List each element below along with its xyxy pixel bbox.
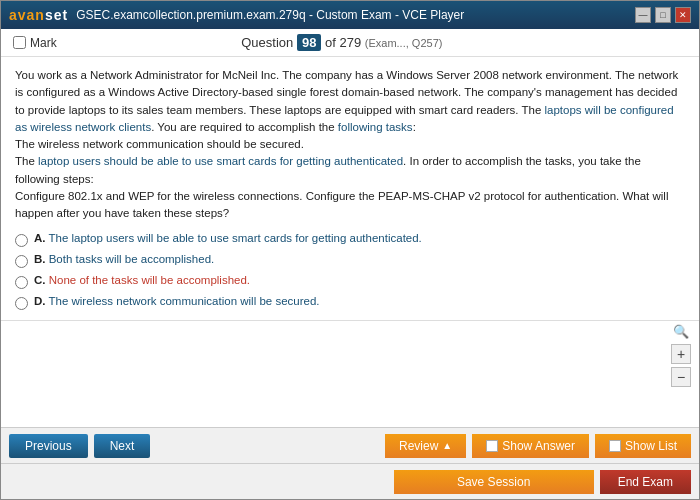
bottom-bar-2: Save Session End Exam: [1, 463, 699, 499]
next-button[interactable]: Next: [94, 434, 151, 458]
previous-button[interactable]: Previous: [9, 434, 88, 458]
window-title: GSEC.examcollection.premium.exam.279q - …: [76, 8, 464, 22]
option-c-text: C. None of the tasks will be accomplishe…: [34, 274, 250, 286]
main-window: avanset GSEC.examcollection.premium.exam…: [0, 0, 700, 500]
option-a: A. The laptop users will be able to use …: [15, 232, 685, 247]
search-icon[interactable]: 🔍: [671, 321, 691, 341]
show-answer-button[interactable]: Show Answer: [472, 434, 589, 458]
zoom-out-button[interactable]: −: [671, 367, 691, 387]
review-label: Review: [399, 439, 438, 453]
question-text: You work as a Network Administrator for …: [15, 67, 685, 222]
question-number: 98: [297, 34, 321, 51]
question-header: Mark Question 98 of 279 (Exam..., Q257): [1, 29, 699, 57]
mark-checkbox[interactable]: [13, 36, 26, 49]
logo-accent: avan: [9, 7, 45, 23]
question-label: Question: [241, 35, 293, 50]
title-bar-left: avanset GSEC.examcollection.premium.exam…: [9, 7, 464, 23]
option-d: D. The wireless network communication wi…: [15, 295, 685, 310]
show-answer-label: Show Answer: [502, 439, 575, 453]
close-button[interactable]: ✕: [675, 7, 691, 23]
option-d-text: D. The wireless network communication wi…: [34, 295, 320, 307]
save-session-button[interactable]: Save Session: [394, 470, 594, 494]
title-bar: avanset GSEC.examcollection.premium.exam…: [1, 1, 699, 29]
maximize-button[interactable]: □: [655, 7, 671, 23]
option-b-radio[interactable]: [15, 255, 28, 268]
content-wrapper: You work as a Network Administrator for …: [1, 57, 699, 427]
question-info: Question 98 of 279 (Exam..., Q257): [241, 35, 442, 50]
show-list-button[interactable]: Show List: [595, 434, 691, 458]
review-button[interactable]: Review ▲: [385, 434, 466, 458]
show-answer-checkbox-icon: [486, 440, 498, 452]
option-b: B. Both tasks will be accomplished.: [15, 253, 685, 268]
app-logo: avanset: [9, 7, 68, 23]
content-area: You work as a Network Administrator for …: [1, 57, 699, 321]
options-list: A. The laptop users will be able to use …: [15, 232, 685, 310]
window-controls: — □ ✕: [635, 7, 691, 23]
total-questions: of 279: [325, 35, 361, 50]
option-a-radio[interactable]: [15, 234, 28, 247]
question-subinfo: (Exam..., Q257): [365, 37, 443, 49]
show-list-label: Show List: [625, 439, 677, 453]
minimize-button[interactable]: —: [635, 7, 651, 23]
zoom-controls: 🔍 + −: [671, 321, 691, 387]
option-c: C. None of the tasks will be accomplishe…: [15, 274, 685, 289]
option-a-text: A. The laptop users will be able to use …: [34, 232, 422, 244]
bottom-bar-1: Previous Next Review ▲ Show Answer Show …: [1, 427, 699, 463]
logo-main: set: [45, 7, 68, 23]
end-exam-button[interactable]: End Exam: [600, 470, 691, 494]
q-para1: You work as a Network Administrator for …: [15, 69, 678, 133]
q-para2: The laptop users should be able to use s…: [15, 155, 668, 219]
option-b-text: B. Both tasks will be accomplished.: [34, 253, 214, 265]
show-list-checkbox-icon: [609, 440, 621, 452]
mark-label: Mark: [30, 36, 57, 50]
q-line1: The wireless network communication shoul…: [15, 138, 304, 150]
zoom-in-button[interactable]: +: [671, 344, 691, 364]
option-c-radio[interactable]: [15, 276, 28, 289]
review-arrow-icon: ▲: [442, 440, 452, 451]
option-d-radio[interactable]: [15, 297, 28, 310]
mark-area: Mark: [13, 36, 57, 50]
